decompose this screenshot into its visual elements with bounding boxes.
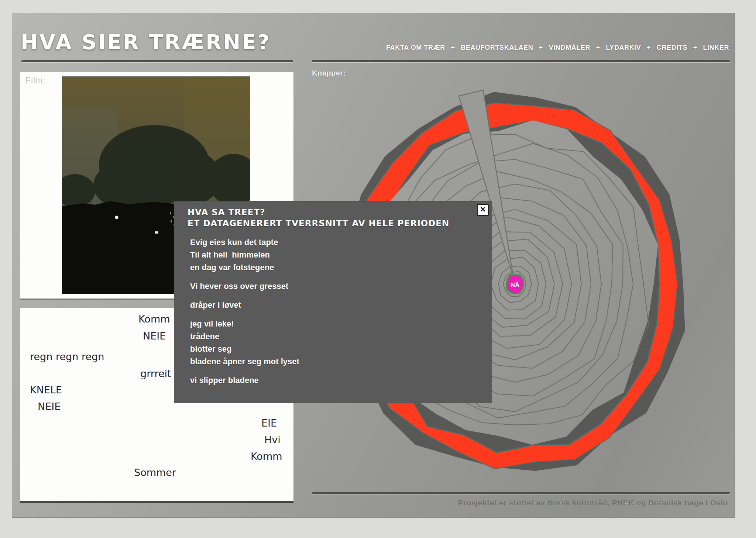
word-item: Komm bbox=[138, 313, 170, 325]
poem-line: Vi hever oss over gresset bbox=[174, 280, 492, 293]
tree-cross-section-popup: ✕ HVA SA TREET? ET DATAGENERERT TVERRSNI… bbox=[174, 201, 492, 403]
nav-separator: + bbox=[451, 44, 455, 51]
poem-line: Evig eies kun det tapte bbox=[174, 236, 492, 249]
nav-item-linker[interactable]: LINKER bbox=[703, 44, 729, 51]
page-title: HVA SIER TRÆRNE? bbox=[21, 30, 271, 54]
nav-separator: + bbox=[596, 44, 600, 51]
nav-item-credits[interactable]: CREDITS bbox=[657, 44, 687, 51]
buttons-label: Knapper: bbox=[312, 69, 346, 77]
word-item: Komm bbox=[251, 451, 282, 462]
word-item: EIE bbox=[261, 417, 277, 429]
poem-line: vi slipper bladene bbox=[174, 374, 492, 387]
nav-item-vindmaler[interactable]: VINDMÅLER bbox=[549, 44, 590, 51]
nav-rule bbox=[312, 60, 730, 62]
page-root: HVA SIER TRÆRNE? FAKTA OM TRÆR + BEAUFOR… bbox=[12, 13, 735, 518]
screen: { "header": { "title": "HVA SIER TRÆRNE?… bbox=[0, 0, 756, 538]
word-item: NEIE bbox=[38, 401, 61, 412]
word-item: KNELE bbox=[30, 384, 62, 396]
now-marker-label: NÅ bbox=[511, 282, 520, 289]
film-label: Film: bbox=[25, 76, 46, 86]
poem-line: Til alt hell himmelen bbox=[174, 249, 492, 261]
title-rule bbox=[21, 60, 293, 62]
footer-credit: Prosjektet er støttet av Norsk kulturråd… bbox=[458, 499, 728, 507]
word-item: Hvi bbox=[264, 434, 281, 445]
main-nav: FAKTA OM TRÆR + BEAUFORTSKALAEN + VINDMÅ… bbox=[386, 44, 729, 52]
word-item: grrreit bbox=[140, 368, 171, 379]
close-icon[interactable]: ✕ bbox=[477, 204, 489, 216]
word-item: NEIE bbox=[143, 330, 166, 342]
poem-line: blotter seg bbox=[174, 343, 492, 355]
nav-item-beaufortskalaen[interactable]: BEAUFORTSKALAEN bbox=[461, 44, 533, 51]
poem-line: dråper i løvet bbox=[174, 299, 492, 311]
poem-line: jeg vil leke! bbox=[174, 318, 492, 330]
word-item: regn regn regn bbox=[30, 351, 104, 362]
poem-line: bladene åpner seg mot lyset bbox=[174, 355, 492, 368]
popup-title-line2: ET DATAGENERERT TVERRSNITT AV HELE PERIO… bbox=[174, 218, 492, 229]
poem-line: trådene bbox=[174, 330, 492, 343]
nav-separator: + bbox=[539, 44, 543, 51]
popup-title-line1: HVA SA TREET? bbox=[174, 201, 492, 218]
nav-item-fakta-om-traer[interactable]: FAKTA OM TRÆR bbox=[386, 44, 445, 51]
footer-rule bbox=[312, 492, 730, 494]
nav-item-lydarkiv[interactable]: LYDARKIV bbox=[606, 44, 641, 51]
poem-line: en dag var fotstegene bbox=[174, 261, 492, 274]
nav-separator: + bbox=[693, 44, 697, 51]
nav-separator: + bbox=[647, 44, 651, 51]
word-item: Sommer bbox=[134, 467, 176, 478]
